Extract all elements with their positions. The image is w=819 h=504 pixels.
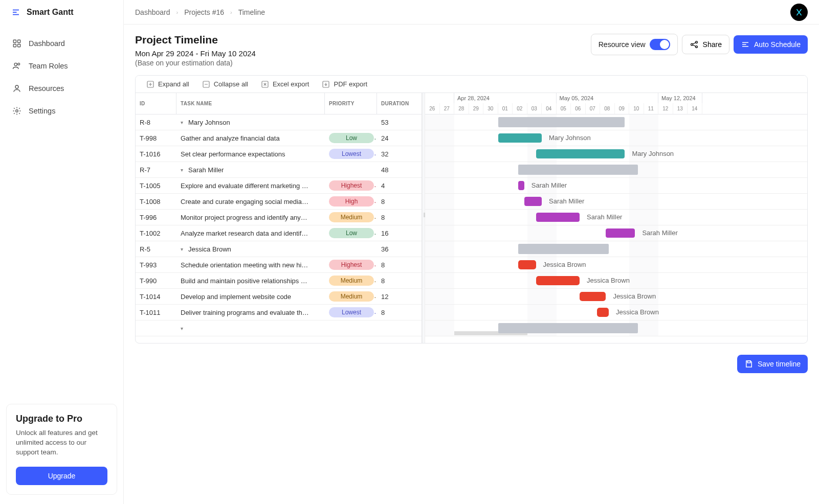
task-bar[interactable]: Jessica Brown [597, 308, 609, 317]
breadcrumb-timeline[interactable]: Timeline [238, 8, 265, 16]
sidebar-item-settings[interactable]: Settings [8, 101, 115, 121]
svg-rect-28 [747, 361, 750, 363]
task-bar[interactable]: Sarah Miller [536, 213, 580, 222]
day-header: 28 [454, 103, 469, 114]
excel-export-button[interactable]: Excel export [255, 77, 315, 92]
svg-line-15 [693, 45, 696, 47]
task-row[interactable]: T-1014Develop and implement website code… [136, 289, 422, 305]
collapse-icon [202, 80, 211, 89]
timeline-row [425, 114, 807, 130]
timeline-row: Jessica Brown [425, 273, 807, 289]
task-bar[interactable]: Jessica Brown [518, 260, 536, 269]
group-row[interactable]: R-7▾Sarah Miller48 [136, 162, 422, 178]
app-logo-icon[interactable] [790, 4, 808, 21]
col-priority[interactable]: PRIORITY [325, 93, 377, 114]
collapse-all-button[interactable]: Collapse all [196, 77, 253, 92]
save-timeline-button[interactable]: Save timeline [737, 355, 808, 373]
logo-row: Smart Gantt [0, 0, 123, 25]
sidebar-item-label: Team Roles [29, 62, 68, 70]
task-row[interactable]: T-998Gather and analyze financial dataLo… [136, 130, 422, 146]
nav: Dashboard Team Roles Resources Settings [0, 25, 123, 130]
cell-name: Build and maintain positive relationship… [176, 277, 325, 285]
task-bar[interactable]: Mary Johnson [498, 133, 542, 143]
col-id[interactable]: ID [136, 93, 176, 114]
cell-priority: Medium [325, 291, 377, 302]
group-bar[interactable] [498, 117, 625, 127]
cell-id: T-996 [136, 214, 176, 221]
group-row[interactable]: ▾ [136, 320, 422, 336]
cell-priority: High [325, 196, 377, 207]
upgrade-button[interactable]: Upgrade [16, 467, 107, 485]
group-row[interactable]: R-5▾Jessica Brown36 [136, 241, 422, 257]
cell-id: T-1011 [136, 309, 176, 316]
week-header: Apr 28, 2024 [454, 93, 557, 103]
group-row[interactable]: R-8▾Mary Johnson53 [136, 114, 422, 130]
task-row[interactable]: T-990Build and maintain positive relatio… [136, 273, 422, 289]
resource-view-toggle[interactable]: Resource view [591, 34, 678, 55]
upgrade-card: Upgrade to Pro Unlock all features and g… [6, 404, 117, 495]
topbar: Dashboard› Projects #16› Timeline [124, 0, 819, 25]
task-row[interactable]: T-1002Analyze market research data and i… [136, 225, 422, 241]
pdf-export-button[interactable]: PDF export [316, 77, 372, 92]
cell-name: ▾Mary Johnson [176, 119, 325, 126]
chevron-down-icon[interactable]: ▾ [181, 120, 183, 125]
priority-badge: Low [329, 228, 374, 238]
task-bar[interactable]: Mary Johnson [536, 149, 625, 158]
group-bar[interactable] [518, 165, 638, 175]
footer-actions: Save timeline [124, 350, 819, 382]
upgrade-title: Upgrade to Pro [16, 414, 107, 424]
priority-badge: High [329, 196, 374, 207]
task-row[interactable]: T-996Monitor project progress and identi… [136, 210, 422, 225]
cell-priority: Medium [325, 212, 377, 222]
task-bar[interactable]: Jessica Brown [536, 276, 580, 285]
col-name[interactable]: TASK NAME [176, 93, 325, 114]
chevron-right-icon: › [176, 9, 179, 15]
timeline-row: Sarah Miller [425, 194, 807, 210]
chevron-down-icon[interactable]: ▾ [181, 167, 183, 173]
breadcrumb-project[interactable]: Projects #16 [184, 8, 224, 16]
task-bar[interactable]: Jessica Brown [580, 292, 606, 301]
priority-badge: Highest [329, 180, 374, 191]
chevron-down-icon[interactable]: ▾ [181, 246, 183, 252]
auto-schedule-button[interactable]: Auto Schedule [734, 35, 808, 54]
cell-duration: 8 [377, 261, 421, 269]
sidebar-item-label: Dashboard [29, 39, 65, 48]
day-header: 01 [498, 103, 513, 114]
task-row[interactable]: T-1005Explore and evaluate different mar… [136, 178, 422, 194]
group-bar[interactable] [518, 244, 609, 254]
toggle-switch[interactable] [650, 39, 670, 50]
col-duration[interactable]: DURATION [377, 93, 421, 114]
task-bar[interactable]: Sarah Miller [524, 197, 542, 206]
date-range: Mon Apr 29 2024 - Fri May 10 2024 [135, 49, 256, 58]
task-row[interactable]: T-1011Deliver training programs and eval… [136, 305, 422, 320]
share-button[interactable]: Share [682, 35, 729, 54]
cell-id: T-993 [136, 261, 176, 269]
task-row[interactable]: T-1016Set clear performance expectations… [136, 146, 422, 162]
cell-duration: 32 [377, 150, 421, 158]
expand-all-button[interactable]: Expand all [141, 77, 194, 92]
cell-name: Explore and evaluate different marketing… [176, 182, 325, 190]
bar-assignee-label: Mary Johnson [549, 134, 591, 142]
cell-priority: Highest [325, 180, 377, 191]
task-row[interactable]: T-993Schedule orientation meeting with n… [136, 257, 422, 273]
week-header [425, 93, 454, 103]
svg-point-10 [16, 110, 18, 112]
group-bar[interactable] [498, 323, 638, 333]
task-row[interactable]: T-1008Create and curate engaging social … [136, 194, 422, 210]
sidebar-item-dashboard[interactable]: Dashboard [8, 34, 115, 53]
task-bar[interactable]: Sarah Miller [518, 181, 524, 190]
sidebar-item-team-roles[interactable]: Team Roles [8, 56, 115, 76]
timeline-grid: Apr 28, 2024May 05, 2024May 12, 2024 262… [425, 76, 807, 343]
breadcrumb: Dashboard› Projects #16› Timeline [135, 8, 265, 16]
cell-id: R-8 [136, 119, 176, 126]
bar-assignee-label: Sarah Miller [532, 181, 567, 189]
cell-name: Monitor project progress and identify an… [176, 214, 325, 221]
cell-id: T-1014 [136, 293, 176, 301]
expand-icon [146, 80, 155, 89]
task-bar[interactable]: Sarah Miller [606, 228, 635, 238]
sidebar-item-resources[interactable]: Resources [8, 79, 115, 98]
menu-icon[interactable] [11, 8, 20, 17]
chevron-down-icon[interactable]: ▾ [181, 326, 183, 331]
breadcrumb-dashboard[interactable]: Dashboard [135, 8, 170, 16]
cell-id: T-1005 [136, 182, 176, 190]
